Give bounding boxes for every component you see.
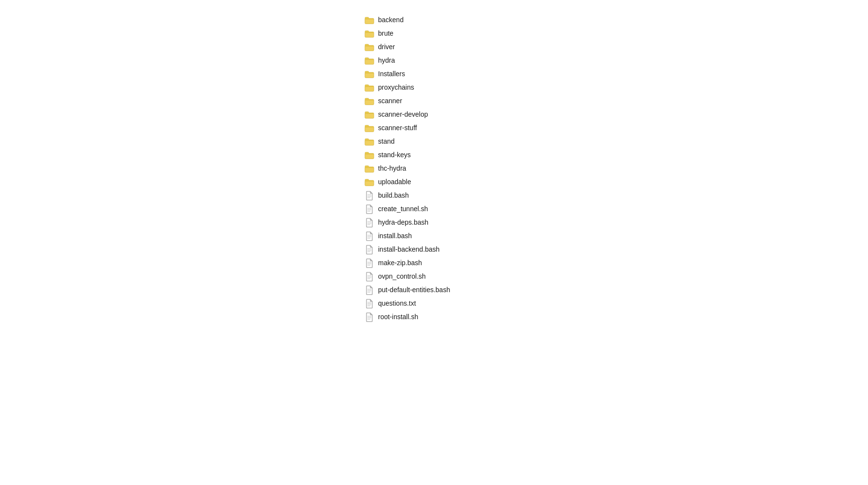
- file-icon: [365, 258, 374, 268]
- file-name-label: scanner-develop: [378, 110, 428, 120]
- file-name-label: hydra: [378, 56, 395, 66]
- file-name-label: root-install.sh: [378, 312, 418, 322]
- file-name-label: hydra-deps.bash: [378, 218, 428, 228]
- file-name-label: thc-hydra: [378, 164, 406, 174]
- file-name-label: install.bash: [378, 231, 412, 241]
- list-item[interactable]: proxychains: [362, 81, 506, 94]
- folder-icon: [365, 110, 374, 120]
- folder-icon: [365, 15, 374, 25]
- file-icon: [365, 218, 374, 228]
- folder-icon: [365, 164, 374, 174]
- file-name-label: scanner: [378, 96, 402, 106]
- folder-icon: [365, 96, 374, 106]
- list-item[interactable]: root-install.sh: [362, 310, 506, 324]
- file-icon: [365, 231, 374, 241]
- list-item[interactable]: hydra-deps.bash: [362, 216, 506, 229]
- folder-icon: [365, 56, 374, 66]
- file-icon: [365, 272, 374, 282]
- file-name-label: scanner-stuff: [378, 123, 417, 133]
- file-icon: [365, 191, 374, 201]
- list-item[interactable]: questions.txt: [362, 297, 506, 310]
- file-name-label: proxychains: [378, 83, 414, 93]
- file-name-label: Installers: [378, 69, 405, 79]
- file-name-label: uploadable: [378, 177, 411, 187]
- list-item[interactable]: install-backend.bash: [362, 243, 506, 256]
- list-item[interactable]: build.bash: [362, 189, 506, 202]
- file-name-label: stand: [378, 137, 394, 147]
- file-icon: [365, 312, 374, 322]
- list-item[interactable]: Installers: [362, 67, 506, 81]
- list-item[interactable]: put-default-entities.bash: [362, 283, 506, 297]
- list-item[interactable]: scanner-develop: [362, 108, 506, 121]
- list-item[interactable]: brute: [362, 27, 506, 40]
- file-name-label: install-backend.bash: [378, 245, 440, 255]
- file-name-label: build.bash: [378, 191, 409, 201]
- list-item[interactable]: make-zip.bash: [362, 256, 506, 270]
- file-name-label: driver: [378, 42, 395, 52]
- file-name-label: make-zip.bash: [378, 258, 422, 268]
- file-name-label: backend: [378, 15, 404, 25]
- list-item[interactable]: scanner-stuff: [362, 121, 506, 135]
- list-item[interactable]: stand-keys: [362, 148, 506, 162]
- list-item[interactable]: hydra: [362, 54, 506, 67]
- list-item[interactable]: ovpn_control.sh: [362, 270, 506, 283]
- folder-icon: [365, 150, 374, 160]
- file-name-label: put-default-entities.bash: [378, 285, 450, 295]
- file-name-label: brute: [378, 29, 393, 39]
- file-name-label: ovpn_control.sh: [378, 272, 426, 282]
- file-name-label: stand-keys: [378, 150, 411, 160]
- list-item[interactable]: uploadable: [362, 175, 506, 189]
- folder-icon: [365, 137, 374, 147]
- txt-file-icon: [365, 299, 374, 309]
- file-name-label: questions.txt: [378, 299, 416, 309]
- folder-icon: [365, 83, 374, 93]
- list-item[interactable]: create_tunnel.sh: [362, 202, 506, 216]
- file-list: backend brute driver hydra Installers pr…: [362, 10, 506, 475]
- list-item[interactable]: driver: [362, 40, 506, 54]
- file-name-label: create_tunnel.sh: [378, 204, 428, 214]
- folder-icon: [365, 123, 374, 133]
- file-icon: [365, 285, 374, 295]
- file-icon: [365, 245, 374, 255]
- list-item[interactable]: thc-hydra: [362, 162, 506, 175]
- list-item[interactable]: stand: [362, 135, 506, 148]
- folder-icon: [365, 29, 374, 39]
- list-item[interactable]: scanner: [362, 94, 506, 108]
- file-icon: [365, 204, 374, 214]
- folder-icon: [365, 42, 374, 52]
- folder-icon: [365, 177, 374, 187]
- list-item[interactable]: install.bash: [362, 229, 506, 243]
- list-item[interactable]: backend: [362, 13, 506, 27]
- folder-icon: [365, 69, 374, 79]
